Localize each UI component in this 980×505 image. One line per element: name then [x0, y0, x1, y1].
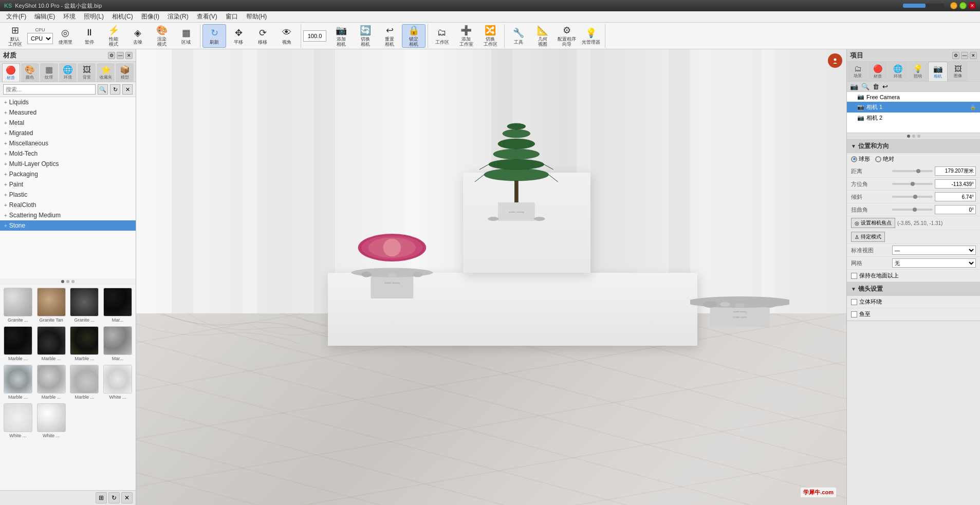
tree-item-plastic[interactable]: + Plastic	[0, 190, 136, 200]
mat-item-mar1[interactable]: Mar...	[102, 287, 134, 324]
tab-color[interactable]: 🎨 颜色	[21, 63, 39, 82]
toolbar-move[interactable]: ⟳ 移移	[251, 24, 274, 48]
mat-item-granite-dark[interactable]: Granite ...	[69, 287, 101, 324]
tilt-input[interactable]	[935, 192, 976, 201]
proj-tab-scene[interactable]: 🗂 场景	[848, 62, 867, 81]
position-section-header[interactable]: ▼ 位置和方向	[847, 140, 980, 153]
tab-material[interactable]: 🔴 材质	[2, 63, 20, 82]
search-button[interactable]: 🔍	[98, 84, 108, 95]
panel-settings-button[interactable]: ⚙	[108, 52, 115, 59]
toolbar-view-angle[interactable]: 👁 视角	[275, 24, 299, 48]
tab-model[interactable]: 📦 模型	[116, 63, 134, 82]
toolbar-render-mode[interactable]: 🎨 渲染模式	[150, 24, 174, 48]
toolbar-geo-view[interactable]: 📐 几何视图	[531, 24, 554, 48]
project-minimize-button[interactable]: —	[961, 52, 968, 59]
menu-view[interactable]: 查看(V)	[193, 11, 221, 22]
twist-slider[interactable]	[892, 209, 933, 211]
stereoscopic-checkbox[interactable]	[851, 299, 857, 305]
toolbar-switch-workspace[interactable]: 🔀 切换工作区	[478, 24, 502, 48]
azimuth-slider[interactable]	[892, 183, 933, 185]
panel-close-button[interactable]: ✕	[125, 52, 133, 59]
tab-environment[interactable]: 🌐 环境	[59, 63, 77, 82]
toolbar-default-workspace[interactable]: ⊞ 默认工作区	[3, 24, 27, 48]
mat-item-white2[interactable]: White ...	[2, 402, 34, 439]
distance-input[interactable]	[935, 166, 976, 176]
tree-item-moldtech[interactable]: + Mold-Tech	[0, 148, 136, 159]
menu-env[interactable]: 环境	[59, 11, 80, 22]
mat-item-marble2[interactable]: Marble ...	[35, 325, 67, 362]
toolbar-perf-mode[interactable]: ⚡ 性能模式	[102, 24, 125, 48]
standard-view-select[interactable]: — 前视图 后视图 左视图 右视图 顶视图 底视图	[892, 246, 976, 255]
refresh-search-button[interactable]: ↻	[110, 84, 120, 95]
cam-header-icon-3[interactable]: 🗑	[873, 83, 879, 90]
tree-item-multilayer[interactable]: + Multi-Layer Optics	[0, 159, 136, 169]
tree-item-realcloth[interactable]: + RealCloth	[0, 200, 136, 210]
tree-item-stone[interactable]: + Stone	[0, 220, 136, 231]
menu-render[interactable]: 渲染(R)	[163, 11, 193, 22]
mat-item-marble3[interactable]: Marble ...	[69, 325, 101, 362]
twist-input[interactable]	[935, 205, 976, 214]
grid-select[interactable]: 无 2×2 3×3 4×4	[892, 258, 976, 268]
viewport[interactable]: another morning	[136, 49, 846, 505]
bottom-icon-1[interactable]: ⊞	[96, 492, 107, 503]
proj-tab-environment[interactable]: 🌐 环境	[888, 62, 908, 81]
dot-3[interactable]	[71, 280, 75, 283]
num-input[interactable]	[303, 30, 326, 42]
toolbar-usage[interactable]: ◎ 使用里	[53, 24, 77, 48]
tree-item-packaging[interactable]: + Packaging	[0, 169, 136, 179]
minimize-button[interactable]: —	[950, 2, 957, 9]
cpu-select[interactable]: CPU	[27, 33, 53, 44]
toolbar-add-studio[interactable]: ➕ 添加工作室	[454, 24, 478, 48]
proj-tab-material[interactable]: 🔴 材质	[868, 62, 887, 81]
radio-spherical[interactable]: 球形	[851, 155, 870, 163]
tree-item-scattering[interactable]: + Scattering Medium	[0, 210, 136, 220]
dot-2[interactable]	[66, 280, 69, 283]
maximize-button[interactable]: □	[959, 2, 967, 9]
toolbar-light-manager[interactable]: 💡 光管理器	[579, 24, 603, 48]
cam-header-icon-1[interactable]: 📷	[850, 83, 858, 90]
project-close-button[interactable]: ✕	[970, 52, 977, 59]
fisheye-checkbox[interactable]	[851, 311, 857, 317]
proj-tab-camera[interactable]: 📷 相机	[928, 62, 948, 81]
tree-item-miscellaneous[interactable]: + Miscellaneous	[0, 138, 136, 148]
menu-file[interactable]: 文件(F)	[2, 11, 30, 22]
radio-absolute[interactable]: 绝对	[875, 155, 894, 163]
menu-lighting[interactable]: 照明(L)	[80, 11, 108, 22]
project-settings-button[interactable]: ⚙	[952, 52, 959, 59]
toolbar-reset-camera[interactable]: ↩ 重置相机	[378, 24, 401, 48]
toolbar-region[interactable]: ▦ 区域	[174, 24, 198, 48]
tree-item-paint[interactable]: + Paint	[0, 179, 136, 190]
mat-item-mar2[interactable]: Mar...	[102, 325, 134, 362]
mat-item-granite-tan[interactable]: Granite Tan	[35, 287, 67, 324]
cam-header-icon-2[interactable]: 🔍	[861, 83, 870, 90]
toolbar-add-camera[interactable]: 📷 添加相机	[329, 24, 353, 48]
menu-window[interactable]: 窗口	[221, 11, 242, 22]
proj-tab-image[interactable]: 🖼 图像	[948, 62, 968, 81]
toolbar-pause[interactable]: ⏸ 暂停	[78, 24, 101, 48]
toolbar-lock-camera[interactable]: 🔒 锁定相机	[402, 24, 426, 48]
toolbar-workspace[interactable]: 🗂 工作区	[430, 24, 454, 48]
toolbar-config-wizard[interactable]: ⚙ 配置程序向导	[555, 24, 579, 48]
proj-tab-lighting[interactable]: 💡 照明	[908, 62, 928, 81]
toolbar-pan[interactable]: ✥ 平移	[227, 24, 250, 48]
menu-camera[interactable]: 相机(C)	[108, 11, 137, 22]
clear-search-button[interactable]: ✕	[122, 84, 133, 95]
tree-item-measured[interactable]: + Measured	[0, 107, 136, 118]
bottom-icon-3[interactable]: ✕	[121, 492, 133, 503]
cam-dot-2[interactable]	[912, 135, 915, 138]
tab-background[interactable]: 🖼 背景	[78, 63, 96, 82]
panel-minimize-button[interactable]: —	[117, 52, 124, 59]
set-focus-button[interactable]: ◎ 设置相机焦点	[851, 218, 895, 228]
lens-section-header[interactable]: ▼ 镜头设置	[847, 283, 980, 296]
bottom-icon-2[interactable]: ↻	[108, 492, 120, 503]
toolbar-tools[interactable]: 🔧 工具	[507, 24, 530, 48]
tree-item-liquids[interactable]: + Liquids	[0, 97, 136, 107]
tree-item-metal[interactable]: + Metal	[0, 118, 136, 128]
mat-item-white1[interactable]: White ...	[102, 364, 134, 401]
menu-edit[interactable]: 编辑(E)	[30, 11, 59, 22]
close-button[interactable]: ✕	[969, 2, 976, 9]
search-input[interactable]	[3, 84, 96, 95]
mat-item-marble6[interactable]: Marble ...	[69, 364, 101, 401]
menu-help[interactable]: 帮助(H)	[242, 11, 271, 22]
cam-dot-3[interactable]	[917, 135, 920, 138]
